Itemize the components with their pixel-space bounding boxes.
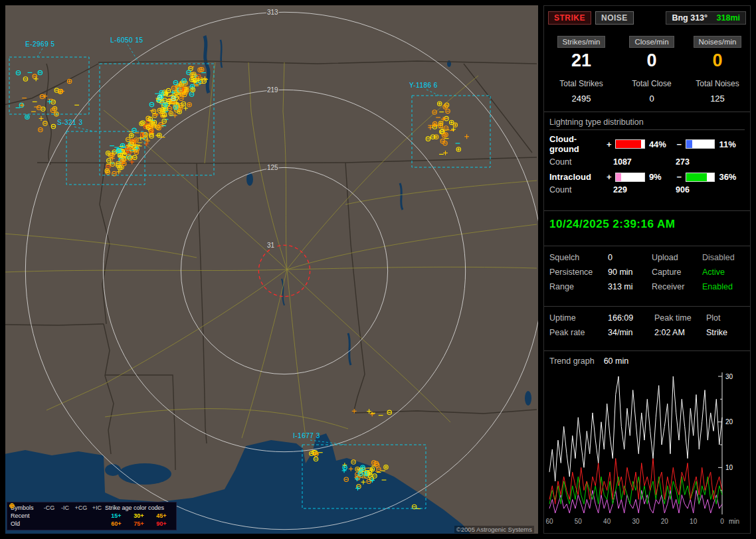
- legend-age-code: 15+: [105, 512, 128, 520]
- range-ring-219: [103, 90, 465, 451]
- legend-row-label: Old: [11, 520, 41, 528]
- strike-symbol: [51, 124, 55, 128]
- trend-header: Trend graph 60 min: [544, 350, 750, 367]
- legend-row-old: Old60+75+90+: [11, 520, 173, 528]
- distribution-title: Lightning type distribution: [549, 117, 745, 130]
- cg-negative-pct: 11%: [719, 139, 745, 149]
- ic-positive-count: 229: [607, 185, 669, 194]
- strike-symbol: [106, 151, 110, 155]
- strike-symbol: [189, 92, 193, 96]
- strike-symbol: [41, 107, 45, 111]
- plus-sign: +: [605, 139, 614, 149]
- strike-symbol: [464, 134, 469, 139]
- lake-pontchartrain: [118, 463, 171, 485]
- trend-graph: 1020306050403020100min: [545, 368, 750, 534]
- state-borders: [5, 61, 537, 470]
- strike-symbol: [43, 121, 47, 125]
- strike-symbol: [438, 102, 442, 106]
- cg-positive-count: 1087: [607, 157, 669, 167]
- ring-label-31: 31: [267, 242, 275, 249]
- uptime-label: Uptime: [549, 313, 608, 323]
- count-label: Count: [549, 185, 607, 194]
- lake: [105, 464, 121, 476]
- total-strikes-value: 2495: [544, 94, 618, 104]
- close-alarm-ring: [258, 245, 310, 296]
- cg-count-row: Count 1087 273: [549, 157, 745, 167]
- cg-negative-count: 273: [669, 157, 731, 167]
- x-tick-label: 0: [720, 518, 724, 525]
- noises-per-min-value: 0: [685, 50, 750, 71]
- strike-mode-button[interactable]: STRIKE: [548, 11, 591, 25]
- session-stats: Uptime 166:09 Peak time Plot Peak rate 3…: [544, 306, 750, 344]
- strike-symbol: [34, 77, 39, 82]
- legend-header-row: Symbols-CG-IC+CG+ICStrike age color code…: [11, 504, 173, 512]
- cg-positive-bar: [615, 139, 644, 149]
- strike-symbol: [169, 112, 173, 116]
- map-geography: [5, 36, 537, 534]
- ic-positive-bar: [615, 173, 644, 182]
- noise-mode-button[interactable]: NOISE: [595, 11, 634, 25]
- total-close-value: 0: [618, 94, 685, 104]
- lightning-map[interactable]: 31125219313 E-2969 5L-6050 15S-321 3Y-11…: [5, 5, 538, 534]
- count-label: Count: [549, 157, 607, 167]
- strike-symbol: [456, 147, 460, 151]
- strike-symbol: [451, 127, 456, 131]
- strike-symbol: [39, 127, 43, 131]
- uptime-value: 166:09: [608, 313, 654, 323]
- peak-rate-label: Peak rate: [549, 328, 608, 337]
- intracloud-row: Intracloud + 9% − 36%: [549, 172, 745, 182]
- strike-symbol: [16, 70, 20, 74]
- minus-sign: −: [674, 139, 684, 149]
- close-per-min-value: 0: [618, 50, 685, 71]
- squelch-label: Squelch: [549, 253, 608, 262]
- x-tick-label: 40: [603, 518, 611, 525]
- strike-symbol: [173, 80, 177, 84]
- total-noises-label: Total Noises: [685, 79, 750, 88]
- cell-leader-line: [74, 127, 94, 131]
- total-strikes-label: Total Strikes: [544, 79, 618, 88]
- strike-symbol: [446, 109, 450, 113]
- plot-mode-value: Strike: [706, 328, 745, 337]
- range-value: 313 mi: [608, 282, 652, 291]
- intracloud-label: Intracloud: [549, 172, 605, 182]
- cell-leader-line: [37, 48, 43, 57]
- close-per-min-label: Close/min: [629, 36, 674, 48]
- strike-symbol: [107, 159, 111, 163]
- rate-stats: Strikes/min 21 Total Strikes 2495 Close/…: [544, 35, 750, 104]
- strike-symbol: [126, 137, 130, 141]
- storm-cell-box-Y-1186: [412, 96, 490, 167]
- peak-time-value: 2:02 AM: [654, 328, 706, 337]
- legend-age-code: 45+: [150, 512, 173, 520]
- strike-symbol: [25, 115, 29, 119]
- ic-positive-pct: 9%: [649, 172, 675, 182]
- ring-label-219: 219: [267, 86, 278, 94]
- trend-window-value: 60 min: [604, 356, 629, 366]
- persistence-value: 90 min: [608, 268, 652, 277]
- river: [348, 333, 351, 365]
- stat-noises: Noises/min 0 Total Noises 125: [685, 35, 750, 104]
- strike-symbol: [167, 106, 171, 110]
- strike-symbol: [51, 100, 55, 104]
- x-tick-label: 30: [632, 518, 640, 525]
- strike-symbol: [23, 77, 27, 81]
- river: [221, 40, 222, 68]
- plot-label: Plot: [706, 313, 745, 323]
- storm-cell-label-E-2969: E-2969 5: [25, 40, 55, 48]
- strike-symbol: [149, 102, 153, 106]
- minus-sign: −: [674, 172, 684, 182]
- strike-symbol: [38, 70, 42, 74]
- receiver-label: Receiver: [652, 282, 702, 291]
- x-tick-label: 60: [545, 518, 553, 525]
- strike-symbol: [187, 103, 191, 107]
- clock: 10/24/2025 2:39:16 AM: [544, 210, 750, 238]
- receiver-status: Squelch 0 Upload Disabled Persistence 90…: [544, 246, 750, 298]
- bearing-readout: Bng 313° 318mi: [666, 11, 746, 25]
- distribution-section: Lightning type distribution Cloud-ground…: [544, 112, 750, 202]
- ic-negative-pct: 36%: [719, 172, 745, 182]
- storm-cell-label-L-6050: L-6050 15: [110, 37, 143, 44]
- y-tick-label: 10: [725, 464, 733, 471]
- legend-row-recent: Recent15+30+45+: [11, 512, 173, 520]
- y-tick-label: 20: [725, 418, 733, 425]
- total-noises-value: 125: [685, 94, 750, 104]
- stat-close: Close/min 0 Total Close 0: [618, 35, 685, 104]
